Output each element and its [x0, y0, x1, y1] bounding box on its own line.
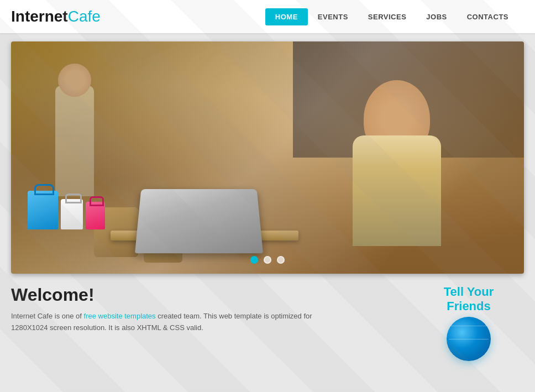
- slider-dot-2[interactable]: [264, 256, 271, 264]
- cafe-table: [111, 231, 298, 241]
- tell-friends-title: Tell Your Friends: [444, 285, 494, 314]
- logo: InternetCafe: [11, 9, 101, 24]
- bg-person: [55, 86, 94, 196]
- hero-slider: [11, 41, 524, 274]
- nav-jobs[interactable]: JOBS: [416, 8, 457, 25]
- welcome-text: Internet Cafe is one of free website tem…: [11, 311, 321, 334]
- welcome-section: Welcome! Internet Cafe is one of free we…: [11, 285, 402, 361]
- header: InternetCafe HOME EVENTS SERVICES JOBS C…: [0, 0, 535, 33]
- main-wrapper: Welcome! Internet Cafe is one of free we…: [0, 33, 535, 372]
- welcome-title: Welcome!: [11, 285, 402, 305]
- slider-dot-1[interactable]: [250, 256, 258, 264]
- main-nav: HOME EVENTS SERVICES JOBS CONTACTS: [265, 8, 518, 25]
- hero-person: [347, 80, 458, 246]
- free-templates-link[interactable]: free website templates: [84, 312, 156, 320]
- nav-contacts[interactable]: CONTACTS: [457, 8, 518, 25]
- bottom-content: Welcome! Internet Cafe is one of free we…: [11, 285, 524, 361]
- welcome-text-part1: Internet Cafe is one of: [11, 312, 84, 320]
- nav-events[interactable]: EVENTS: [308, 8, 358, 25]
- slider-dot-3[interactable]: [277, 256, 285, 264]
- nav-services[interactable]: SERVICES: [358, 8, 417, 25]
- bag-white: [61, 199, 83, 229]
- bag-pink: [86, 202, 105, 229]
- bag-blue: [28, 191, 58, 229]
- logo-cafe: Cafe: [68, 8, 101, 25]
- nav-home[interactable]: HOME: [265, 8, 308, 25]
- logo-internet: Internet: [11, 8, 68, 25]
- shopping-bags: [28, 191, 105, 229]
- hero-image: [11, 41, 524, 274]
- slider-dots: [250, 256, 285, 264]
- tell-friends-section: Tell Your Friends: [413, 285, 524, 361]
- globe-icon[interactable]: [447, 317, 491, 361]
